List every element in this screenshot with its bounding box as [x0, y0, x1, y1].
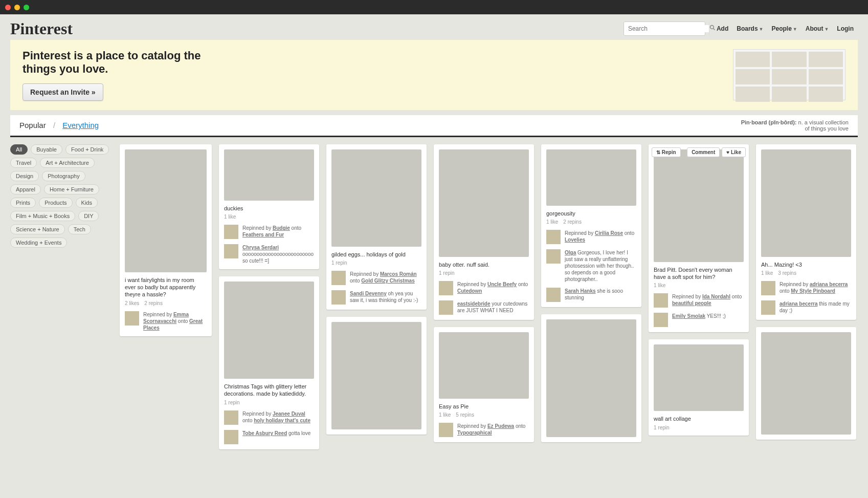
- category-tag[interactable]: Apparel: [10, 184, 41, 194]
- avatar[interactable]: [224, 410, 238, 425]
- crumb-everything[interactable]: Everything: [62, 121, 99, 129]
- like-button[interactable]: ♥ Like: [722, 147, 746, 157]
- category-tag[interactable]: Home + Furniture: [44, 184, 99, 194]
- pin-card[interactable]: gilded eggs... holidays of gold1 repinRe…: [326, 144, 427, 310]
- avatar[interactable]: [654, 313, 668, 327]
- pin-card[interactable]: [326, 317, 427, 435]
- nav-about[interactable]: About▼: [806, 25, 829, 32]
- pin-image[interactable]: [654, 149, 744, 262]
- board-link[interactable]: Cutedown: [457, 288, 482, 294]
- pin-card[interactable]: gorgeousity1 like2 repinsRepinned by Cir…: [541, 144, 641, 307]
- board-link[interactable]: Feathers and Fur: [242, 232, 284, 237]
- category-tag[interactable]: Science + Nature: [10, 224, 65, 234]
- pin-image[interactable]: [439, 149, 529, 257]
- pin-card[interactable]: Ah... Mazing! <31 like3 repinsRepinned b…: [756, 144, 856, 320]
- user-link[interactable]: Tobe Asbury Reed: [242, 430, 287, 436]
- pin-card[interactable]: baby otter. nuff said.1 repinRepinned by…: [434, 144, 534, 320]
- pin-card[interactable]: Easy as Pie1 like5 repinsRepinned by Ez …: [434, 327, 534, 442]
- pin-image[interactable]: [224, 282, 314, 379]
- close-icon[interactable]: [5, 5, 11, 10]
- pin-card[interactable]: i want fairylights in my room ever so ba…: [120, 144, 212, 336]
- logo[interactable]: Pinterest: [10, 19, 73, 38]
- board-link[interactable]: Typographical: [457, 430, 492, 436]
- category-tag[interactable]: Buyable: [31, 144, 62, 155]
- nav-boards[interactable]: Boards▼: [737, 25, 763, 32]
- avatar[interactable]: [761, 281, 775, 295]
- pin-image[interactable]: [546, 149, 636, 206]
- category-tag[interactable]: Food + Drink: [65, 144, 109, 155]
- category-tag[interactable]: Wedding + Events: [10, 237, 67, 248]
- pin-card[interactable]: [756, 327, 856, 440]
- user-link[interactable]: Uncle Beefy: [487, 282, 517, 287]
- pin-image[interactable]: [761, 332, 851, 435]
- user-link[interactable]: Emily Smolak: [672, 313, 705, 319]
- repin-button[interactable]: ⇅ Repin: [652, 147, 681, 157]
- nav-people[interactable]: People▼: [771, 25, 797, 32]
- board-link[interactable]: beautiful people: [672, 300, 711, 306]
- avatar[interactable]: [761, 300, 775, 315]
- user-link[interactable]: Sandi Devenny: [350, 291, 387, 296]
- avatar[interactable]: [331, 271, 346, 285]
- pin-image[interactable]: [125, 149, 207, 272]
- avatar[interactable]: [546, 288, 561, 302]
- avatar[interactable]: [224, 244, 238, 258]
- avatar[interactable]: [654, 293, 668, 308]
- pin-image[interactable]: [761, 149, 851, 257]
- user-link[interactable]: eastsidebride: [457, 301, 490, 307]
- category-tag[interactable]: Design: [10, 171, 39, 181]
- pin-image[interactable]: [654, 344, 744, 411]
- category-tag[interactable]: Products: [39, 198, 72, 208]
- search-input[interactable]: [624, 25, 709, 32]
- pin-image[interactable]: [224, 149, 314, 201]
- search-box[interactable]: [624, 21, 705, 36]
- user-link[interactable]: Cirilia Rose: [595, 230, 623, 236]
- category-tag[interactable]: Photography: [42, 171, 85, 181]
- avatar[interactable]: [439, 281, 453, 295]
- board-link[interactable]: Gold Glitzy Christmas: [361, 278, 414, 284]
- user-link[interactable]: adriana becerra: [810, 282, 848, 287]
- avatar[interactable]: [546, 249, 561, 264]
- user-link[interactable]: Olga: [565, 250, 576, 255]
- user-link[interactable]: Emma Scornavacchi: [143, 312, 189, 324]
- pin-card[interactable]: duckies1 likeRepinned by Budgie onto Fea…: [219, 144, 319, 269]
- avatar[interactable]: [439, 300, 453, 315]
- crumb-popular[interactable]: Popular: [19, 121, 46, 129]
- pin-image[interactable]: [331, 149, 421, 247]
- board-link[interactable]: Lovelies: [565, 237, 585, 243]
- pin-card[interactable]: [541, 314, 641, 442]
- board-link[interactable]: My Style Pinboard: [791, 288, 835, 294]
- avatar[interactable]: [331, 290, 346, 305]
- nav-login[interactable]: Login: [837, 25, 854, 32]
- user-link[interactable]: Chrysa Serdari: [242, 245, 279, 250]
- category-tag[interactable]: Tech: [68, 224, 91, 234]
- avatar[interactable]: [125, 311, 139, 326]
- user-link[interactable]: Ida Nordahl: [702, 294, 730, 299]
- user-link[interactable]: Marcos Román: [380, 271, 417, 277]
- nav-add[interactable]: Add: [717, 25, 728, 32]
- pin-image[interactable]: [331, 322, 421, 429]
- avatar[interactable]: [224, 225, 238, 239]
- minimize-icon[interactable]: [14, 5, 20, 10]
- user-link[interactable]: Sarah Hanks: [565, 288, 596, 294]
- category-tag[interactable]: Prints: [10, 198, 36, 208]
- user-link[interactable]: Budgie: [273, 225, 290, 231]
- avatar[interactable]: [546, 230, 561, 244]
- user-link[interactable]: Ez Pudewa: [487, 423, 514, 429]
- category-tag[interactable]: Art + Architecture: [40, 158, 95, 168]
- category-tag[interactable]: Travel: [10, 158, 37, 168]
- pin-image[interactable]: [439, 332, 529, 399]
- maximize-icon[interactable]: [24, 5, 29, 10]
- avatar[interactable]: [439, 423, 453, 437]
- user-link[interactable]: Jeanee Duval: [273, 411, 305, 417]
- board-link[interactable]: holy holiday that's cute: [254, 418, 310, 423]
- request-invite-button[interactable]: Request an Invite »: [23, 83, 103, 101]
- pin-card[interactable]: Christmas Tags with glittery letter deco…: [219, 276, 319, 449]
- category-tag[interactable]: DIY: [78, 211, 99, 221]
- comment-button[interactable]: Comment: [687, 147, 720, 157]
- pin-card[interactable]: wall art collage1 repin: [649, 339, 749, 435]
- category-tag[interactable]: All: [10, 144, 28, 155]
- avatar[interactable]: [224, 430, 238, 444]
- pin-image[interactable]: [546, 319, 636, 437]
- category-tag[interactable]: Kids: [76, 198, 98, 208]
- user-link[interactable]: adriana becerra: [780, 301, 818, 307]
